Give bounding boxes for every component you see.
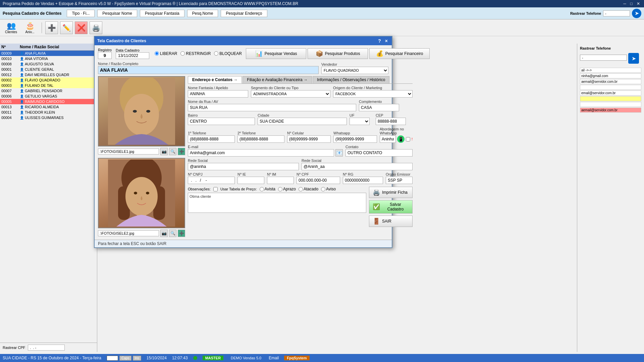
complemento-input[interactable] [359, 104, 399, 111]
tipo-filter-btn[interactable]: Tipo · Fi... [67, 10, 95, 17]
aviso-radio[interactable] [321, 187, 325, 191]
nome-input[interactable] [98, 66, 319, 74]
list-item[interactable]: 00006 👤 GETULIO VARGAS [0, 94, 97, 99]
abordagem-checkbox[interactable] [406, 137, 410, 141]
vendedor-group: Vendedor FLAVIO QUADRADO [321, 62, 388, 74]
rua-input[interactable] [188, 104, 356, 111]
ie-input[interactable] [237, 177, 264, 184]
rede-social1-input[interactable] [188, 163, 299, 170]
obs-text[interactable]: Otima cliente [188, 193, 366, 213]
photo2-camera-btn[interactable]: 📷 [160, 230, 168, 237]
uf-select[interactable]: RS SP [350, 118, 370, 125]
rastrear-telefone-btn[interactable]: ➤ [632, 9, 641, 18]
usar-tabela-checkbox[interactable] [213, 187, 218, 191]
tab-filiacao[interactable]: Filiação e Avaliação Financeira → [243, 76, 312, 83]
atacado-radio[interactable] [299, 187, 303, 191]
aprazo-radio[interactable] [278, 187, 282, 191]
photo-person2 [99, 159, 184, 228]
list-item[interactable]: 00009 👤 ANA FLAVIA [0, 51, 97, 56]
list-item[interactable]: 00004 👤 ULISSES GUIMARAES [0, 115, 97, 120]
list-item[interactable]: 00008 👤 AUGUSTO SILVA [0, 61, 97, 67]
cidade-input[interactable] [258, 118, 347, 125]
segmento-select[interactable]: ADMINISTRADORA [251, 90, 330, 98]
cadastro-help-btn[interactable]: ? [377, 38, 382, 44]
origem-select[interactable]: FACEBOOK [333, 90, 413, 98]
photo1-search-btn[interactable]: 🔍 [169, 148, 176, 155]
whatsapp-icon[interactable]: 📱 [397, 135, 405, 143]
cel-input[interactable] [287, 135, 331, 143]
salvar-btn[interactable]: ✅ Salvar Cadastro [369, 200, 413, 214]
cnpj-input[interactable] [188, 177, 235, 184]
list-item[interactable]: 00001 👤 CLIENTE GERAL [0, 67, 97, 72]
delete-btn[interactable]: ❌ [75, 21, 88, 34]
tab-informacoes[interactable]: Informações / Observações / Histórico [313, 76, 389, 83]
minimize-btn[interactable]: ─ [622, 1, 628, 6]
pesq-nome-btn[interactable]: Pesquisar Nome [97, 10, 137, 17]
radio-liberar-label[interactable]: LIBERAR [155, 51, 177, 56]
whats-input[interactable] [333, 135, 377, 143]
tab-aniversario[interactable]: 🎂 Aniv... [21, 21, 38, 34]
aprazo-radio-label[interactable]: Aprazo [278, 187, 296, 191]
list-item[interactable]: 00002 👤 FLÁVIO QUADRADO [0, 77, 97, 83]
imprimir-btn[interactable]: 🖨️ Imprimir Ficha [369, 187, 413, 198]
radio-bloquear[interactable] [214, 51, 218, 56]
im-input[interactable] [267, 177, 294, 184]
avista-radio[interactable] [260, 187, 264, 191]
tel2-input[interactable] [237, 135, 284, 143]
rastrear-telefone-input[interactable] [603, 10, 630, 16]
radio-bloquear-label[interactable]: BLOQUEAR [214, 51, 242, 56]
pesq-fantasia-btn[interactable]: Pesquisar Fantasia [140, 10, 184, 17]
cadastro-close-btn[interactable]: × [384, 38, 389, 44]
edit-btn[interactable]: ✏️ [60, 21, 73, 34]
photo1-path-input[interactable] [98, 148, 159, 155]
list-item[interactable]: 00007 👤 GABRIEL PENSADOR [0, 88, 97, 94]
rastrear-cpf-input[interactable] [28, 345, 65, 351]
bairro-input[interactable] [188, 118, 255, 125]
abordagem-input[interactable] [380, 135, 396, 143]
email-input[interactable] [188, 149, 334, 157]
svg-point-4 [146, 110, 150, 113]
list-item[interactable]: 00013 👤 RICARDO ALMEIDA [0, 104, 97, 110]
photo2-search-btn[interactable]: 🔍 [169, 230, 176, 237]
rastrear-tel-btn-right[interactable]: ➤ [628, 53, 639, 64]
rastrear-tel-input-right[interactable] [580, 55, 627, 61]
list-item[interactable]: 00005 👤 RAIMUNDO CARDOSO [0, 99, 97, 104]
avista-radio-label[interactable]: Avista [260, 187, 275, 191]
aviso-radio-label[interactable]: Aviso [321, 187, 336, 191]
orgao-input[interactable] [386, 177, 413, 184]
print-btn[interactable]: 🖨️ [90, 21, 102, 34]
tel1-input[interactable] [188, 135, 235, 143]
add-btn[interactable]: ➕ [45, 21, 58, 34]
cep-input[interactable] [376, 118, 406, 125]
tab-endereco[interactable]: Endereço e Contatos → [188, 76, 242, 83]
list-item[interactable]: 00003 👤 FULANO DE TAL [0, 83, 97, 88]
photo1-add-btn[interactable]: ➕ [178, 148, 185, 155]
list-item[interactable]: 00011 👤 THEODOR KLEIN [0, 110, 97, 115]
email-btn[interactable]: 📧 [335, 149, 343, 157]
sair-btn[interactable]: 🚪 SAIR [369, 216, 413, 227]
close-btn[interactable]: ✕ [635, 1, 641, 6]
radio-restringir-label[interactable]: RESTRINGIR [180, 51, 211, 56]
contato-input[interactable] [345, 149, 413, 157]
atacado-radio-label[interactable]: Atacado [299, 187, 318, 191]
data-cadastro-input[interactable] [116, 52, 149, 59]
pesq-nome2-btn[interactable]: Pesq.Nome [187, 10, 218, 17]
pesq-produtos-btn[interactable]: 📦 Pesquisar Produtos [308, 48, 368, 59]
list-item[interactable]: 00012 👤 DAVI MEIRELLES QUADR [0, 72, 97, 77]
photo2-add-btn[interactable]: ➕ [178, 230, 185, 237]
pesq-endereco-btn[interactable]: Pesquisar Endereço [221, 10, 267, 17]
tab-clientes[interactable]: 👥 Clientes [3, 21, 19, 34]
photo1-camera-btn[interactable]: 📷 [160, 148, 168, 155]
vendedor-select[interactable]: FLAVIO QUADRADO [321, 67, 388, 74]
rede-social2-input[interactable] [302, 163, 413, 170]
nome-fantasia-input[interactable] [188, 90, 248, 98]
pesq-vendas-btn[interactable]: 📊 Pesquisar Vendas [246, 48, 306, 59]
photo2-path-input[interactable] [98, 230, 159, 236]
cpf-input[interactable] [297, 177, 340, 184]
list-item[interactable]: 00010 👤 ANA VITORIA [0, 56, 97, 61]
rg-input[interactable] [343, 177, 383, 184]
pesq-financeiro-btn[interactable]: 💰 Pesquisar Financeiro [369, 48, 430, 59]
radio-restringir[interactable] [180, 51, 185, 56]
radio-liberar[interactable] [155, 51, 159, 56]
maximize-btn[interactable]: □ [629, 1, 634, 6]
